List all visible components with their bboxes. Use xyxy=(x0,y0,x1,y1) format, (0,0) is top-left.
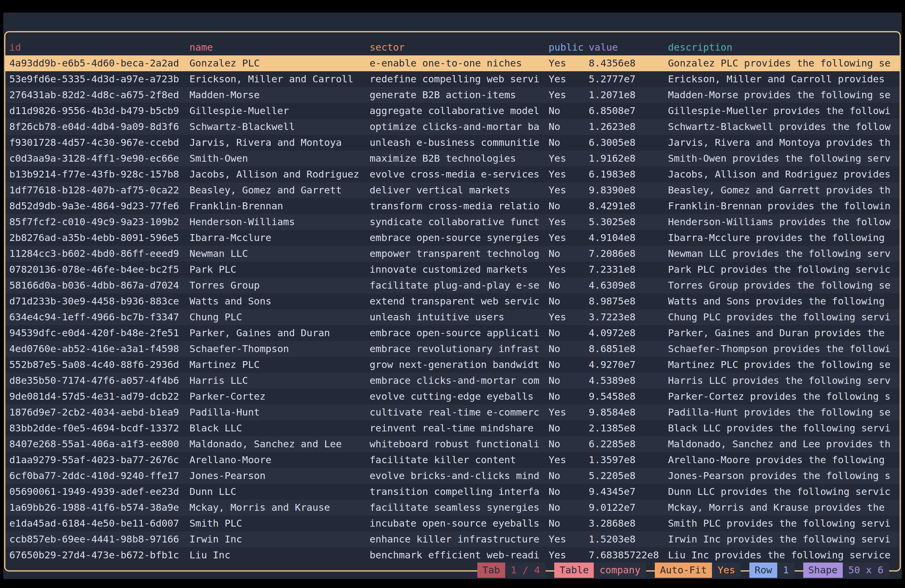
cell-sector: facilitate killer content xyxy=(370,452,549,468)
column-header-description: description xyxy=(668,40,900,56)
cell-public: No xyxy=(549,484,589,500)
table-row[interactable]: 1df77618-b128-407b-af75-0ca22Beasley, Go… xyxy=(5,182,900,198)
table-row[interactable]: ccb857eb-69ee-4441-98b8-97166Irwin Incen… xyxy=(5,531,900,547)
table-row[interactable]: 9de081d4-57d5-4e31-ad79-dcb22Parker-Cort… xyxy=(5,389,900,404)
cell-value: 6.1983e8 xyxy=(589,167,668,182)
table-row[interactable]: 8407e268-55a1-406a-a1f3-ee800Maldonado, … xyxy=(5,436,900,452)
cell-id: 83bb2dde-f0e5-4694-bcdf-13372 xyxy=(9,420,189,436)
table-row[interactable]: 1a69bb26-1988-41f6-b574-38a9eMckay, Morr… xyxy=(5,500,900,516)
table-row[interactable]: 58166d0a-b036-4dbb-867a-d7024Torres Grou… xyxy=(5,278,900,293)
cell-name: Gonzalez PLC xyxy=(189,56,370,71)
cell-description: Beasley, Gomez and Garrett provides th xyxy=(668,182,900,198)
column-header-sector: sector xyxy=(370,40,549,56)
table-row[interactable]: 8d52d9db-9a3e-4864-9d23-77fe6Franklin-Br… xyxy=(5,198,900,214)
cell-id: 67650b29-27d4-473e-b672-bfb1c xyxy=(9,547,189,563)
cell-sector: embrace clicks-and-mortar com xyxy=(370,373,549,389)
status-group-table: Tablecompany xyxy=(554,563,646,578)
cell-sector: transition compelling interfa xyxy=(370,484,549,500)
table-row[interactable]: e1da45ad-6184-4e50-be11-6d007Smith PLCin… xyxy=(5,516,900,531)
cell-sector: facilitate seamless synergies xyxy=(370,500,549,516)
cell-description: Smith PLC provides the following servi xyxy=(668,516,900,531)
cell-public: Yes xyxy=(549,167,589,182)
table-row[interactable]: 552b87e5-5a08-4c40-88f6-2936dMartinez PL… xyxy=(5,357,900,373)
cell-sector: deliver vertical markets xyxy=(370,182,549,198)
cell-public: Yes xyxy=(549,230,589,246)
table-row[interactable]: 4ed0760e-ab52-416e-a3a1-f4598Schaefer-Th… xyxy=(5,341,900,357)
table-row[interactable]: c0d3aa9a-3128-4ff1-9e90-ec66eSmith-Owenm… xyxy=(5,151,900,167)
cell-name: Erickson, Miller and Carroll xyxy=(189,71,370,87)
cell-value: 8.6851e8 xyxy=(589,341,668,357)
cell-id: 4a93dd9b-e6b5-4d60-beca-2a2ad xyxy=(9,56,189,71)
cell-description: Schwartz-Blackwell provides the follow xyxy=(668,119,900,135)
cell-public: Yes xyxy=(549,262,589,278)
cell-public: No xyxy=(549,293,589,309)
table-header-row: idnamesectorpublicvaluedescription xyxy=(5,40,900,56)
cell-name: Chung PLC xyxy=(189,309,370,325)
cell-id: ccb857eb-69ee-4441-98b8-97166 xyxy=(9,531,189,547)
cell-sector: generate B2B action-items xyxy=(370,87,549,103)
status-group-tab: Tab1 / 4 xyxy=(477,563,546,578)
cell-name: Schaefer-Thompson xyxy=(189,341,370,357)
cell-id: c0d3aa9a-3128-4ff1-9e90-ec66e xyxy=(9,151,189,167)
table-row-selected[interactable]: 4a93dd9b-e6b5-4d60-beca-2a2adGonzalez PL… xyxy=(5,56,900,71)
table-row[interactable]: 11284cc3-b602-4bd0-86ff-eeed9Newman LLCe… xyxy=(5,246,900,262)
cell-value: 4.9270e7 xyxy=(589,357,668,373)
cell-value: 3.7223e8 xyxy=(589,309,668,325)
table-row[interactable]: 94539dfc-e0d4-420f-b48e-2fe51Parker, Gai… xyxy=(5,325,900,341)
cell-value: 9.4345e7 xyxy=(589,484,668,500)
cell-id: d8e35b50-7174-47f6-a057-4f4b6 xyxy=(9,373,189,389)
cell-public: Yes xyxy=(549,404,589,420)
cell-id: 85f7fcf2-c010-49c9-9a23-109b2 xyxy=(9,214,189,230)
table-row[interactable]: 2b8276ad-a35b-4ebb-8091-596e5Ibarra-Mccl… xyxy=(5,230,900,246)
cell-description: Gillespie-Mueller provides the followi xyxy=(668,103,900,119)
cell-public: No xyxy=(549,341,589,357)
status-label: Table xyxy=(554,563,594,578)
table-row[interactable]: 634e4c94-1eff-4966-bc7b-f3347Chung PLCun… xyxy=(5,309,900,325)
cell-value: 9.8584e8 xyxy=(589,404,668,420)
cell-value: 1.2071e8 xyxy=(589,87,668,103)
cell-id: 634e4c94-1eff-4966-bc7b-f3347 xyxy=(9,309,189,325)
table-row[interactable]: d8e35b50-7174-47f6-a057-4f4b6Harris LLCe… xyxy=(5,373,900,389)
cell-description: Jarvis, Rivera and Montoya provides th xyxy=(668,135,900,151)
cell-sector: embrace open-source applicati xyxy=(370,325,549,341)
table-row[interactable]: 85f7fcf2-c010-49c9-9a23-109b2Henderson-W… xyxy=(5,214,900,230)
table-row[interactable]: 53e9fd6e-5335-4d3d-a97e-a723bErickson, M… xyxy=(5,71,900,87)
table-row[interactable]: 05690061-1949-4939-adef-ee23dDunn LLCtra… xyxy=(5,484,900,500)
table-row[interactable]: b13b9214-f77e-43fb-928c-157b8Jacobs, All… xyxy=(5,167,900,182)
status-group-auto-fit: Auto-FitYes xyxy=(655,563,741,578)
cell-public: Yes xyxy=(549,531,589,547)
cell-public: Yes xyxy=(549,309,589,325)
status-value: company xyxy=(594,563,646,578)
cell-id: 8f26cb78-e04d-4db4-9a09-8d3f6 xyxy=(9,119,189,135)
cell-sector: redefine compelling web servi xyxy=(370,71,549,87)
table-row[interactable]: 276431ab-82d2-4d8c-a675-2f8edMadden-Mors… xyxy=(5,87,900,103)
cell-id: d1aa9279-55af-4023-ba77-2676c xyxy=(9,452,189,468)
cell-public: Yes xyxy=(549,87,589,103)
table-row[interactable]: 07820136-078e-46fe-b4ee-bc2f5Park PLCinn… xyxy=(5,262,900,278)
table-row[interactable]: d11d9826-9556-4b3d-b479-b5cb9Gillespie-M… xyxy=(5,103,900,119)
table-row[interactable]: 1876d9e7-2cb2-4034-aebd-b1ea9Padilla-Hun… xyxy=(5,404,900,420)
cell-id: 58166d0a-b036-4dbb-867a-d7024 xyxy=(9,278,189,293)
table-row[interactable]: 8f26cb78-e04d-4db4-9a09-8d3f6Schwartz-Bl… xyxy=(5,119,900,135)
table-row[interactable]: 67650b29-27d4-473e-b672-bfb1cLiu Incbenc… xyxy=(5,547,900,563)
cell-public: No xyxy=(549,278,589,293)
cell-sector: unleash e-business communitie xyxy=(370,135,549,151)
cell-name: Jacobs, Allison and Rodriguez xyxy=(189,167,370,182)
cell-public: No xyxy=(549,500,589,516)
cell-name: Parker-Cortez xyxy=(189,389,370,404)
table-row[interactable]: 83bb2dde-f0e5-4694-bcdf-13372Black LLCre… xyxy=(5,420,900,436)
cell-description: Dunn LLC provides the following servic xyxy=(668,484,900,500)
table-row[interactable]: d1aa9279-55af-4023-ba77-2676cArellano-Mo… xyxy=(5,452,900,468)
table-row[interactable]: d71d233b-30e9-4458-b936-883ceWatts and S… xyxy=(5,293,900,309)
table-row[interactable]: f9301728-4d57-4c30-967e-ccebdJarvis, Riv… xyxy=(5,135,900,151)
cell-description: Franklin-Brennan provides the followin xyxy=(668,198,900,214)
cell-value: 9.5458e8 xyxy=(589,389,668,404)
cell-name: Jarvis, Rivera and Montoya xyxy=(189,135,370,151)
cell-sector: evolve bricks-and-clicks mind xyxy=(370,468,549,484)
cell-name: Irwin Inc xyxy=(189,531,370,547)
cell-public: Yes xyxy=(549,151,589,167)
cell-name: Mckay, Morris and Krause xyxy=(189,500,370,516)
cell-sector: embrace open-source synergies xyxy=(370,230,549,246)
cell-value: 6.8508e7 xyxy=(589,103,668,119)
table-row[interactable]: 6cf0ba77-2ddc-410d-9240-ffe17Jones-Pears… xyxy=(5,468,900,484)
